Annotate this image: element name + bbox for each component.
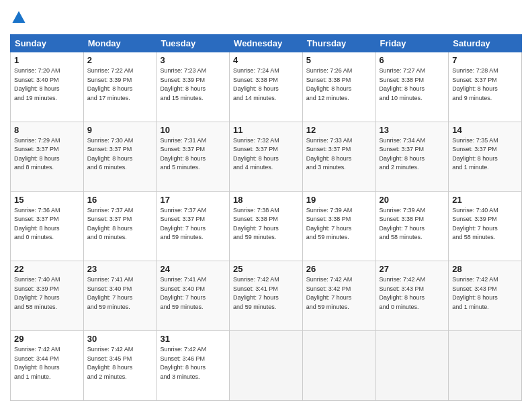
calendar-week-row: 22Sunrise: 7:40 AMSunset: 3:39 PMDayligh… [11,261,522,331]
calendar-day-cell [302,331,375,401]
logo [10,10,26,28]
calendar-day-cell: 10Sunrise: 7:31 AMSunset: 3:37 PMDayligh… [157,122,230,191]
day-info: Sunrise: 7:40 AMSunset: 3:39 PMDaylight:… [14,275,80,312]
day-number: 28 [452,264,518,274]
day-number: 10 [160,125,226,135]
day-info: Sunrise: 7:22 AMSunset: 3:39 PMDaylight:… [87,66,153,103]
calendar-day-cell: 19Sunrise: 7:39 AMSunset: 3:38 PMDayligh… [302,191,375,261]
day-number: 30 [87,334,153,344]
day-info: Sunrise: 7:34 AMSunset: 3:37 PMDaylight:… [380,136,445,173]
calendar-week-row: 8Sunrise: 7:29 AMSunset: 3:37 PMDaylight… [11,122,522,191]
calendar-day-cell: 9Sunrise: 7:30 AMSunset: 3:37 PMDaylight… [83,122,157,191]
calendar-day-cell: 21Sunrise: 7:40 AMSunset: 3:39 PMDayligh… [449,191,522,261]
day-info: Sunrise: 7:42 AMSunset: 3:42 PMDaylight:… [306,275,372,312]
header [10,10,522,28]
calendar-day-cell: 8Sunrise: 7:29 AMSunset: 3:37 PMDaylight… [11,122,84,191]
calendar-day-cell: 11Sunrise: 7:32 AMSunset: 3:37 PMDayligh… [230,122,303,191]
day-number: 13 [380,125,445,135]
weekday-header-cell: Tuesday [157,35,230,52]
day-number: 29 [14,334,80,344]
day-number: 21 [452,195,518,205]
day-info: Sunrise: 7:42 AMSunset: 3:43 PMDaylight:… [452,275,518,312]
day-number: 12 [306,125,372,135]
day-info: Sunrise: 7:29 AMSunset: 3:37 PMDaylight:… [14,136,80,173]
day-info: Sunrise: 7:27 AMSunset: 3:38 PMDaylight:… [380,66,445,103]
day-info: Sunrise: 7:42 AMSunset: 3:44 PMDaylight:… [14,345,80,381]
day-number: 24 [160,264,226,274]
day-info: Sunrise: 7:35 AMSunset: 3:37 PMDaylight:… [452,136,518,173]
day-info: Sunrise: 7:42 AMSunset: 3:45 PMDaylight:… [87,345,153,381]
calendar-day-cell: 20Sunrise: 7:39 AMSunset: 3:38 PMDayligh… [375,191,449,261]
day-info: Sunrise: 7:37 AMSunset: 3:37 PMDaylight:… [160,206,226,242]
day-number: 7 [452,55,518,65]
weekday-header-row: SundayMondayTuesdayWednesdayThursdayFrid… [11,35,522,52]
day-number: 5 [306,55,372,65]
day-info: Sunrise: 7:36 AMSunset: 3:37 PMDaylight:… [14,206,80,242]
weekday-header-cell: Monday [83,35,157,52]
day-info: Sunrise: 7:40 AMSunset: 3:39 PMDaylight:… [452,206,518,242]
day-number: 20 [380,195,445,205]
day-info: Sunrise: 7:20 AMSunset: 3:40 PMDaylight:… [14,66,80,103]
weekday-header-cell: Sunday [11,35,84,52]
day-number: 31 [160,334,226,344]
calendar-day-cell: 7Sunrise: 7:28 AMSunset: 3:37 PMDaylight… [449,52,522,122]
calendar-week-row: 1Sunrise: 7:20 AMSunset: 3:40 PMDaylight… [11,52,522,122]
day-info: Sunrise: 7:42 AMSunset: 3:46 PMDaylight:… [160,345,226,381]
calendar-day-cell: 5Sunrise: 7:26 AMSunset: 3:38 PMDaylight… [302,52,375,122]
weekday-header-cell: Wednesday [230,35,303,52]
day-info: Sunrise: 7:38 AMSunset: 3:38 PMDaylight:… [233,206,299,242]
calendar-day-cell: 12Sunrise: 7:33 AMSunset: 3:37 PMDayligh… [302,122,375,191]
calendar-day-cell: 31Sunrise: 7:42 AMSunset: 3:46 PMDayligh… [157,331,230,401]
weekday-header-cell: Thursday [302,35,375,52]
calendar-body: 1Sunrise: 7:20 AMSunset: 3:40 PMDaylight… [11,52,522,401]
day-number: 23 [87,264,153,274]
day-number: 15 [14,195,80,205]
calendar-day-cell: 1Sunrise: 7:20 AMSunset: 3:40 PMDaylight… [11,52,84,122]
day-info: Sunrise: 7:30 AMSunset: 3:37 PMDaylight:… [87,136,153,173]
calendar-day-cell: 2Sunrise: 7:22 AMSunset: 3:39 PMDaylight… [83,52,157,122]
calendar-day-cell: 4Sunrise: 7:24 AMSunset: 3:38 PMDaylight… [230,52,303,122]
calendar-day-cell: 24Sunrise: 7:41 AMSunset: 3:40 PMDayligh… [157,261,230,331]
calendar-day-cell: 14Sunrise: 7:35 AMSunset: 3:37 PMDayligh… [449,122,522,191]
day-info: Sunrise: 7:41 AMSunset: 3:40 PMDaylight:… [160,275,226,312]
day-number: 1 [14,55,80,65]
calendar-day-cell: 3Sunrise: 7:23 AMSunset: 3:39 PMDaylight… [157,52,230,122]
day-number: 17 [160,195,226,205]
calendar-week-row: 15Sunrise: 7:36 AMSunset: 3:37 PMDayligh… [11,191,522,261]
calendar-day-cell: 25Sunrise: 7:42 AMSunset: 3:41 PMDayligh… [230,261,303,331]
day-number: 27 [380,264,445,274]
calendar-day-cell [375,331,449,401]
day-number: 14 [452,125,518,135]
day-info: Sunrise: 7:28 AMSunset: 3:37 PMDaylight:… [452,66,518,103]
logo-icon [11,10,26,25]
weekday-header-cell: Saturday [449,35,522,52]
calendar-day-cell: 16Sunrise: 7:37 AMSunset: 3:37 PMDayligh… [83,191,157,261]
day-info: Sunrise: 7:39 AMSunset: 3:38 PMDaylight:… [306,206,372,242]
day-number: 6 [380,55,445,65]
day-number: 18 [233,195,299,205]
day-number: 4 [233,55,299,65]
calendar-day-cell: 6Sunrise: 7:27 AMSunset: 3:38 PMDaylight… [375,52,449,122]
calendar-day-cell: 26Sunrise: 7:42 AMSunset: 3:42 PMDayligh… [302,261,375,331]
day-number: 3 [160,55,226,65]
calendar-day-cell: 17Sunrise: 7:37 AMSunset: 3:37 PMDayligh… [157,191,230,261]
day-info: Sunrise: 7:23 AMSunset: 3:39 PMDaylight:… [160,66,226,103]
page: SundayMondayTuesdayWednesdayThursdayFrid… [0,0,532,411]
day-info: Sunrise: 7:39 AMSunset: 3:38 PMDaylight:… [380,206,445,242]
calendar-day-cell: 28Sunrise: 7:42 AMSunset: 3:43 PMDayligh… [449,261,522,331]
calendar-day-cell: 22Sunrise: 7:40 AMSunset: 3:39 PMDayligh… [11,261,84,331]
day-number: 19 [306,195,372,205]
day-info: Sunrise: 7:31 AMSunset: 3:37 PMDaylight:… [160,136,226,173]
weekday-header-cell: Friday [375,35,449,52]
calendar-day-cell [449,331,522,401]
day-number: 22 [14,264,80,274]
day-info: Sunrise: 7:32 AMSunset: 3:37 PMDaylight:… [233,136,299,173]
calendar-day-cell: 23Sunrise: 7:41 AMSunset: 3:40 PMDayligh… [83,261,157,331]
calendar-day-cell: 13Sunrise: 7:34 AMSunset: 3:37 PMDayligh… [375,122,449,191]
day-info: Sunrise: 7:37 AMSunset: 3:37 PMDaylight:… [87,206,153,242]
calendar-table: SundayMondayTuesdayWednesdayThursdayFrid… [10,34,522,401]
calendar-day-cell: 18Sunrise: 7:38 AMSunset: 3:38 PMDayligh… [230,191,303,261]
calendar-day-cell: 29Sunrise: 7:42 AMSunset: 3:44 PMDayligh… [11,331,84,401]
day-number: 11 [233,125,299,135]
day-info: Sunrise: 7:42 AMSunset: 3:41 PMDaylight:… [233,275,299,312]
